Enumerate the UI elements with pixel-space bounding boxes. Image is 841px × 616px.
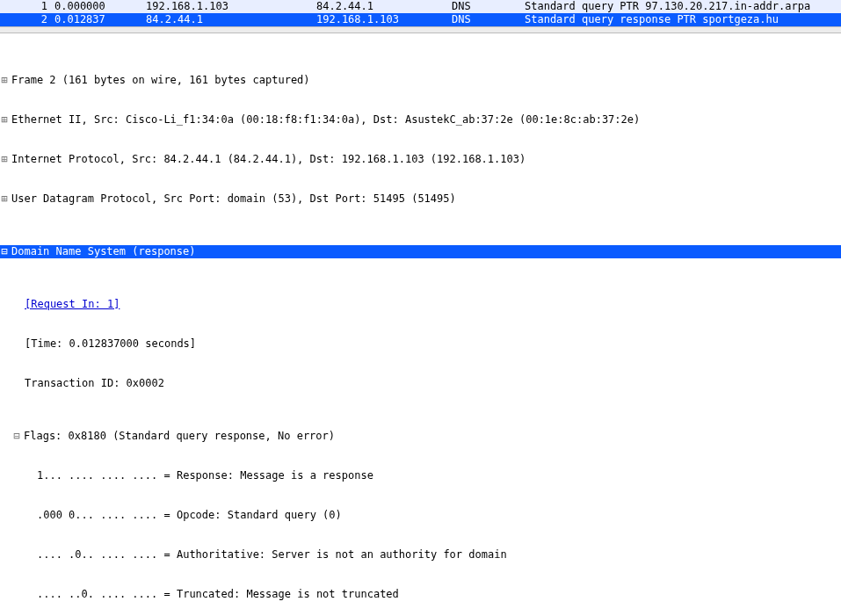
tree-request-in[interactable]: [Request In: 1]	[0, 298, 841, 311]
tree-dns[interactable]: ⊟ Domain Name System (response)	[0, 245, 841, 258]
tree-label: 1... .... .... .... = Response: Message …	[37, 469, 373, 482]
col-info: Standard query response PTR sportgeza.hu	[521, 13, 841, 26]
tree-label: User Datagram Protocol, Src Port: domain…	[11, 192, 456, 206]
expand-icon[interactable]: ⊞	[0, 153, 9, 166]
packet-row-2[interactable]: 2 0.012837 84.2.44.1 192.168.1.103 DNS S…	[0, 13, 841, 26]
tree-flag-opcode[interactable]: .000 0... .... .... = Opcode: Standard q…	[0, 509, 841, 522]
col-num: 2	[0, 13, 51, 26]
col-proto: DNS	[448, 13, 521, 26]
col-dest: 192.168.1.103	[313, 13, 448, 26]
expand-icon[interactable]: ⊞	[0, 192, 9, 206]
tree-label: Transaction ID: 0x0002	[25, 377, 164, 390]
tree-label: .000 0... .... .... = Opcode: Standard q…	[37, 509, 342, 522]
tree-ethernet[interactable]: ⊞ Ethernet II, Src: Cisco-Li_f1:34:0a (0…	[0, 113, 841, 127]
tree-time[interactable]: [Time: 0.012837000 seconds]	[0, 337, 841, 351]
tree-label: Ethernet II, Src: Cisco-Li_f1:34:0a (00:…	[11, 113, 640, 127]
col-proto: DNS	[448, 0, 521, 13]
tree-ip[interactable]: ⊞ Internet Protocol, Src: 84.2.44.1 (84.…	[0, 153, 841, 166]
expand-icon[interactable]: ⊞	[0, 113, 9, 127]
tree-flag-authoritative[interactable]: .... .0.. .... .... = Authoritative: Ser…	[0, 548, 841, 562]
col-time: 0.012837	[51, 13, 142, 26]
request-in-link[interactable]: [Request In: 1]	[25, 298, 120, 311]
col-info: Standard query PTR 97.130.20.217.in-addr…	[521, 0, 841, 13]
tree-label: [Time: 0.012837000 seconds]	[25, 337, 196, 351]
tree-flags[interactable]: ⊟ Flags: 0x8180 (Standard query response…	[0, 430, 841, 443]
pane-divider[interactable]	[0, 26, 841, 33]
packet-row-1[interactable]: 1 0.000000 192.168.1.103 84.2.44.1 DNS S…	[0, 0, 841, 13]
packet-details-tree[interactable]: ⊞ Frame 2 (161 bytes on wire, 161 bytes …	[0, 33, 841, 616]
packet-list[interactable]: 1 0.000000 192.168.1.103 84.2.44.1 DNS S…	[0, 0, 841, 26]
col-time: 0.000000	[51, 0, 142, 13]
tree-label: Domain Name System (response)	[11, 245, 196, 258]
col-dest: 84.2.44.1	[313, 0, 448, 13]
tree-flag-response[interactable]: 1... .... .... .... = Response: Message …	[0, 469, 841, 482]
tree-flag-truncated[interactable]: .... ..0. .... .... = Truncated: Message…	[0, 588, 841, 601]
col-source: 192.168.1.103	[142, 0, 313, 13]
tree-label: .... .0.. .... .... = Authoritative: Ser…	[37, 548, 507, 562]
collapse-icon[interactable]: ⊟	[12, 430, 21, 443]
tree-frame[interactable]: ⊞ Frame 2 (161 bytes on wire, 161 bytes …	[0, 74, 841, 87]
expand-icon[interactable]: ⊞	[0, 74, 9, 87]
tree-txid[interactable]: Transaction ID: 0x0002	[0, 377, 841, 390]
tree-label: Frame 2 (161 bytes on wire, 161 bytes ca…	[11, 74, 310, 87]
collapse-icon[interactable]: ⊟	[0, 245, 9, 258]
tree-label: .... ..0. .... .... = Truncated: Message…	[37, 588, 399, 601]
col-source: 84.2.44.1	[142, 13, 313, 26]
tree-label: Flags: 0x8180 (Standard query response, …	[24, 430, 335, 443]
tree-udp[interactable]: ⊞ User Datagram Protocol, Src Port: doma…	[0, 192, 841, 206]
col-num: 1	[0, 0, 51, 13]
tree-label: Internet Protocol, Src: 84.2.44.1 (84.2.…	[11, 153, 526, 166]
